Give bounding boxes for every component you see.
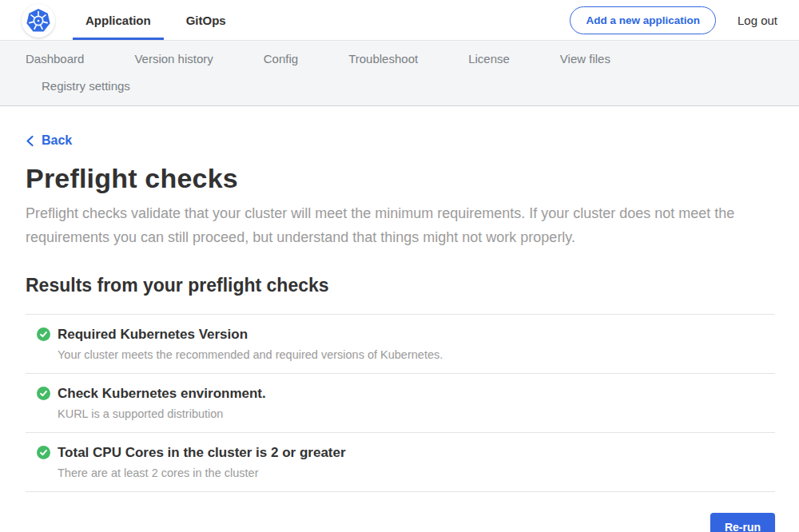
subnav-item-troubleshoot[interactable]: Troubleshoot [348,52,418,66]
subnav-item-config[interactable]: Config [264,52,298,66]
active-tab-underline [73,38,164,40]
rerun-button[interactable]: Re-run [710,513,775,532]
tab-application[interactable]: Application [84,0,153,40]
kubernetes-logo [22,4,55,38]
check-row: Total CPU Cores in the cluster is 2 or g… [26,432,775,491]
preflight-results-list: Required Kubernetes Version Your cluster… [26,314,775,492]
top-header: Application GitOps Add a new application… [0,0,799,40]
kubernetes-logo-icon [22,5,54,37]
check-detail: There are at least 2 cores in the cluste… [37,466,775,479]
subnav-item-version-history[interactable]: Version history [134,52,213,66]
add-new-application-button[interactable]: Add a new application [570,6,716,34]
subnav-row-2: Registry settings [26,79,773,93]
check-title: Total CPU Cores in the cluster is 2 or g… [58,445,346,461]
preflight-page: Back Preflight checks Preflight checks v… [0,106,799,532]
header-actions: Add a new application Log out [570,6,777,34]
header-tabs: Application GitOps [84,0,260,40]
check-detail: Your cluster meets the recommended and r… [37,348,775,361]
check-row: Check Kubernetes environment. KURL is a … [26,373,775,432]
results-heading: Results from your preflight checks [26,275,775,296]
back-link[interactable]: Back [26,133,72,148]
check-pass-icon [37,387,50,400]
page-title: Preflight checks [26,163,775,194]
check-pass-icon [37,446,50,459]
check-detail: KURL is a supported distribution [37,407,775,420]
logout-link[interactable]: Log out [737,14,777,27]
footer-actions: Re-run [26,513,775,532]
subnav-item-view-files[interactable]: View files [560,52,610,66]
back-link-label: Back [42,133,72,148]
subnav-item-dashboard[interactable]: Dashboard [26,52,84,66]
subnav-item-registry-settings[interactable]: Registry settings [42,79,130,93]
check-pass-icon [37,328,50,341]
check-row: Required Kubernetes Version Your cluster… [26,314,775,373]
tab-gitops-label: GitOps [186,14,226,27]
tab-application-label: Application [85,14,151,27]
page-description: Preflight checks validate that your clus… [26,201,761,249]
chevron-left-icon [26,135,34,147]
check-title: Check Kubernetes environment. [58,386,266,402]
subnav-row-1: Dashboard Version history Config Trouble… [26,52,773,66]
app-subnav: Dashboard Version history Config Trouble… [0,40,799,106]
subnav-item-license[interactable]: License [468,52,510,66]
tab-gitops[interactable]: GitOps [185,0,228,40]
check-title: Required Kubernetes Version [58,327,248,343]
